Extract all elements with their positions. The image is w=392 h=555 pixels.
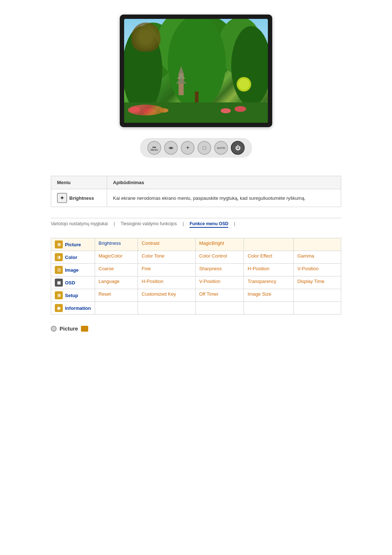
picture-label: Picture — [65, 242, 81, 247]
svg-point-16 — [130, 107, 140, 113]
brightness-icon: ✦ — [57, 193, 67, 203]
image-icon: ⊡ — [55, 266, 63, 274]
menu-button[interactable]: ▬ MENU — [147, 141, 161, 155]
menu-item-color[interactable]: ◑ Color — [51, 251, 95, 264]
menu-cell-magiccolor[interactable]: MagicColor — [95, 251, 138, 264]
image-label: Image — [65, 267, 79, 273]
menu-item-picture[interactable]: ⊞ Picture — [51, 238, 95, 251]
svg-point-20 — [234, 106, 246, 112]
nav-separator-1: | — [114, 221, 115, 228]
osd-icon: ▦ — [55, 279, 63, 287]
picture-heading-label: Picture — [60, 325, 78, 332]
menu-cell-brightness[interactable]: Brightness — [95, 238, 138, 251]
svg-point-18 — [160, 108, 168, 113]
menu-cell-osd-hposition[interactable]: H-Position — [138, 276, 195, 289]
menu-cell-offtimer[interactable]: Off Timer — [195, 289, 244, 302]
menu-cell-customizedkey[interactable]: Customized Key — [138, 289, 195, 302]
nav-separator-3: | — [234, 221, 235, 228]
info-table-col1-header: Meniu — [51, 176, 107, 189]
menu-cell-info-5 — [294, 302, 341, 315]
menu-cell-colorcontrol[interactable]: Color Control — [195, 251, 244, 264]
nav-link-1[interactable]: Vartotojo nustatymų mygtukai — [51, 221, 108, 228]
monitor-screen — [124, 19, 268, 123]
svg-point-17 — [143, 108, 156, 115]
auto-button[interactable]: AUTO — [214, 141, 228, 155]
menu-cell-magicbright[interactable]: MagicBright — [195, 238, 244, 251]
menu-cell-coarse[interactable]: Coarse — [95, 264, 138, 276]
menu-cell-empty2 — [294, 238, 341, 251]
svg-point-22 — [238, 79, 249, 90]
info-table-col2-header: Apibūdinimas — [107, 176, 341, 189]
source-button[interactable]: □ — [197, 141, 211, 155]
menu-item-osd[interactable]: ▦ OSD — [51, 276, 95, 289]
magic-button[interactable]: ✦ — [181, 141, 195, 155]
setup-label: Setup — [65, 293, 78, 298]
nav-separator-2: | — [183, 221, 184, 228]
picture-icon: ⊞ — [55, 240, 63, 248]
menu-cell-transparency[interactable]: Transparency — [244, 276, 294, 289]
setup-icon: ⊞ — [55, 291, 63, 299]
menu-cell-info-2 — [138, 302, 195, 315]
menu-cell-coloreffect[interactable]: Color Effect — [244, 251, 294, 264]
menu-cell-sharpness[interactable]: Sharpness — [195, 264, 244, 276]
nav-link-2[interactable]: Tiesioginio valdymo funkcijos — [121, 221, 177, 228]
menu-cell-info-3 — [195, 302, 244, 315]
info-table: Meniu Apibūdinimas ✦ Brightness Kai ekra… — [51, 176, 341, 207]
info-table-row-description: Kai ekrane nerodomas ekrano meniu, paspa… — [107, 189, 341, 207]
menu-cell-language[interactable]: Language — [95, 276, 138, 289]
menu-item-image[interactable]: ⊡ Image — [51, 264, 95, 276]
menu-cell-info-1 — [95, 302, 138, 315]
menu-cell-colortone[interactable]: Color Tone — [138, 251, 195, 264]
menu-cell-reset[interactable]: Reset — [95, 289, 138, 302]
menu-cell-contrast[interactable]: Contrast — [138, 238, 195, 251]
menu-nav-table: ⊞ Picture Brightness Contrast MagicBrigh… — [51, 238, 341, 315]
brightness-button[interactable]: ◀▶ — [164, 141, 178, 155]
svg-point-5 — [124, 26, 162, 113]
picture-circle-icon — [51, 326, 57, 332]
menu-cell-setup-empty — [294, 289, 341, 302]
menu-cell-osd-vposition[interactable]: V-Position — [195, 276, 244, 289]
monitor-display — [120, 15, 272, 127]
nav-link-3[interactable]: Funkce menu OSD — [189, 221, 228, 228]
power-button[interactable]: ⏻ — [231, 141, 245, 155]
menu-cell-vposition[interactable]: V-Position — [294, 264, 341, 276]
picture-small-icon — [81, 326, 88, 332]
menu-cell-gamma[interactable]: Gamma — [294, 251, 341, 264]
menu-cell-empty1 — [244, 238, 294, 251]
menu-cell-imagesize[interactable]: Image Size — [244, 289, 294, 302]
menu-cell-info-4 — [244, 302, 294, 315]
menu-item-information[interactable]: ◉ Information — [51, 302, 95, 315]
menu-cell-displaytime[interactable]: Display Time — [294, 276, 341, 289]
picture-heading: Picture — [51, 325, 341, 332]
menu-cell-hposition[interactable]: H-Position — [244, 264, 294, 276]
osd-buttons-bar: ▬ MENU ◀▶ ✦ □ AUTO ⏻ — [140, 138, 252, 158]
information-label: Information — [65, 305, 91, 311]
menu-cell-fine[interactable]: Fine — [138, 264, 195, 276]
breadcrumb: Vartotojo nustatymų mygtukai | Tiesiogin… — [51, 218, 341, 231]
color-label: Color — [65, 255, 77, 260]
svg-rect-15 — [124, 102, 268, 123]
info-table-row-label: ✦ Brightness — [51, 189, 107, 207]
menu-item-setup[interactable]: ⊞ Setup — [51, 289, 95, 302]
info-menu-icon: ◉ — [55, 304, 63, 312]
osd-label: OSD — [65, 280, 75, 285]
svg-point-19 — [221, 108, 231, 113]
color-icon: ◑ — [55, 253, 63, 261]
